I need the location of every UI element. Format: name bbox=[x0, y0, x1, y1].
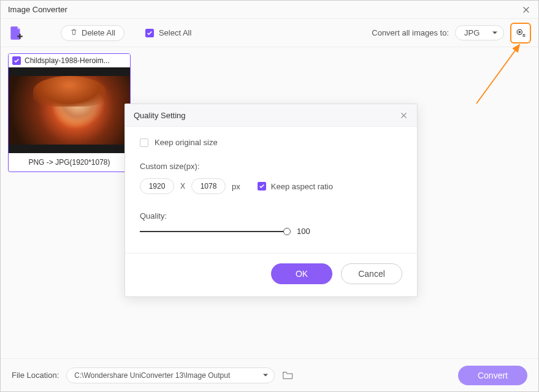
quality-setting-dialog: Quality Setting Keep original size Custo… bbox=[124, 104, 418, 297]
px-unit-label: px bbox=[232, 182, 240, 191]
ok-button[interactable]: OK bbox=[271, 263, 332, 284]
open-folder-icon[interactable] bbox=[282, 370, 296, 381]
card-header: Childsplay-1988-Heroim... bbox=[9, 54, 130, 67]
convert-to-label: Convert all images to: bbox=[372, 28, 449, 37]
keep-original-checkbox[interactable] bbox=[140, 138, 148, 147]
select-all-checkbox[interactable]: Select All bbox=[145, 28, 191, 37]
settings-gear-icon bbox=[514, 27, 527, 39]
file-location-path: C:\Wondershare UniConverter 13\Image Out… bbox=[74, 371, 230, 380]
dialog-header: Quality Setting bbox=[125, 104, 417, 127]
titlebar: Image Converter bbox=[1, 1, 538, 19]
add-file-icon[interactable] bbox=[8, 25, 24, 41]
file-location-select[interactable]: C:\Wondershare UniConverter 13\Image Out… bbox=[66, 368, 275, 383]
delete-all-label: Delete All bbox=[82, 28, 115, 37]
close-icon[interactable] bbox=[521, 5, 531, 15]
trash-icon bbox=[70, 28, 78, 38]
slider-handle-icon[interactable] bbox=[283, 228, 291, 235]
select-all-label: Select All bbox=[159, 28, 191, 37]
format-selected-value: JPG bbox=[464, 28, 480, 37]
format-select[interactable]: JPG bbox=[455, 25, 504, 40]
quality-label: Quality: bbox=[140, 211, 402, 221]
card-thumbnail bbox=[9, 67, 130, 153]
app-title: Image Converter bbox=[8, 5, 67, 14]
delete-all-button[interactable]: Delete All bbox=[61, 25, 124, 41]
card-conversion-label: PNG -> JPG(1920*1078) bbox=[9, 153, 130, 172]
svg-point-3 bbox=[519, 31, 521, 33]
quality-settings-button[interactable] bbox=[510, 23, 531, 43]
dialog-close-icon[interactable] bbox=[399, 110, 408, 120]
image-card[interactable]: Childsplay-1988-Heroim... PNG -> JPG(192… bbox=[8, 53, 131, 172]
dimension-separator: X bbox=[180, 182, 185, 190]
convert-button[interactable]: Convert bbox=[458, 366, 527, 385]
file-location-label: File Location: bbox=[12, 371, 59, 380]
cancel-button[interactable]: Cancel bbox=[341, 263, 402, 284]
checkbox-checked-icon bbox=[145, 29, 154, 37]
keep-original-label: Keep original size bbox=[155, 138, 218, 147]
card-checkbox[interactable] bbox=[12, 56, 21, 65]
dialog-title: Quality Setting bbox=[134, 111, 186, 120]
quality-value: 100 bbox=[297, 227, 310, 236]
width-input[interactable] bbox=[140, 178, 174, 194]
quality-slider[interactable] bbox=[140, 231, 287, 232]
toolbar: Delete All Select All Convert all images… bbox=[1, 19, 538, 47]
svg-rect-1 bbox=[19, 34, 20, 39]
keep-aspect-checkbox[interactable] bbox=[258, 182, 266, 190]
footer: File Location: C:\Wondershare UniConvert… bbox=[1, 358, 538, 391]
height-input[interactable] bbox=[191, 178, 226, 194]
custom-size-label: Custom size(px): bbox=[140, 162, 402, 171]
keep-aspect-label: Keep aspect ratio bbox=[271, 182, 333, 191]
card-filename: Childsplay-1988-Heroim... bbox=[25, 56, 110, 65]
